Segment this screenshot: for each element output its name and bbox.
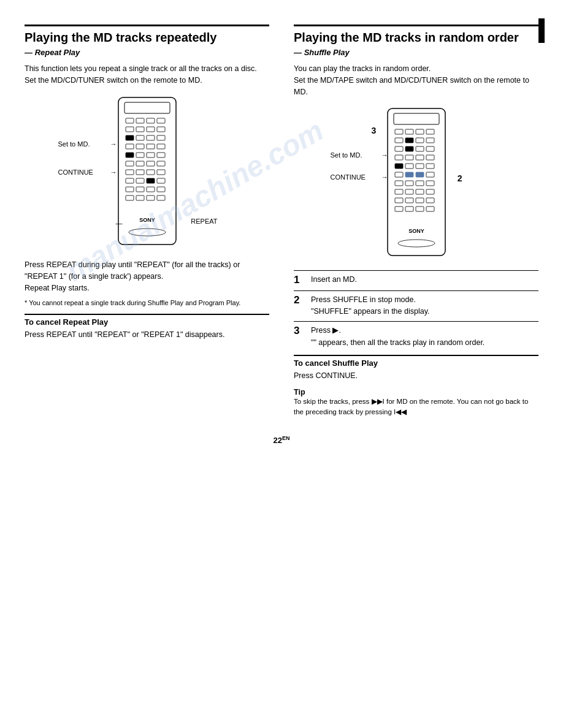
tip-section: Tip To skip the tracks, press ▶▶I for MD…: [294, 388, 538, 417]
left-cancel-title: To cancel Repeat Play: [25, 314, 269, 327]
svg-text:SONY: SONY: [139, 217, 155, 223]
svg-rect-62: [395, 164, 403, 169]
svg-rect-66: [395, 172, 403, 177]
svg-rect-74: [395, 189, 403, 194]
svg-rect-36: [147, 187, 155, 192]
svg-rect-81: [426, 198, 434, 203]
left-set-md-label: Set to MD.: [58, 140, 90, 148]
svg-rect-9: [157, 127, 165, 132]
svg-rect-26: [126, 170, 134, 175]
svg-rect-58: [395, 155, 403, 160]
svg-rect-77: [426, 189, 434, 194]
svg-rect-22: [126, 161, 134, 166]
svg-rect-41: [157, 195, 165, 200]
svg-rect-4: [147, 118, 155, 123]
svg-rect-84: [416, 207, 424, 211]
left-section-subtitle: Repeat Play: [25, 48, 269, 57]
svg-rect-57: [426, 146, 434, 151]
svg-rect-16: [147, 144, 155, 149]
svg-rect-67: [405, 172, 413, 177]
svg-rect-78: [395, 198, 403, 203]
svg-rect-15: [136, 144, 144, 149]
right-set-md-arrow: →: [381, 151, 388, 159]
svg-rect-63: [405, 164, 413, 169]
svg-rect-60: [416, 155, 424, 160]
svg-rect-49: [426, 129, 434, 134]
svg-rect-45: [394, 113, 439, 124]
right-continue-label: CONTINUE: [331, 173, 366, 181]
svg-rect-32: [147, 178, 155, 183]
right-remote-wrapper: 3 Set to MD. → CONTINUE → 2: [383, 107, 450, 260]
left-intro-text: This function lets you repeat a single t…: [25, 63, 269, 86]
left-cancel-text: Press REPEAT until "REPEAT" or "REPEAT 1…: [25, 329, 269, 341]
svg-rect-47: [405, 129, 413, 134]
left-repeat-label: REPEAT: [191, 218, 217, 225]
left-continue-arrow: →: [110, 169, 117, 176]
left-continue-label: CONTINUE: [58, 169, 93, 176]
svg-rect-54: [395, 146, 403, 151]
svg-rect-73: [426, 181, 434, 186]
svg-rect-39: [136, 195, 144, 200]
svg-rect-79: [405, 198, 413, 203]
right-section-subtitle: Shuffle Play: [294, 48, 538, 57]
svg-rect-10: [126, 135, 134, 140]
svg-rect-29: [157, 170, 165, 175]
svg-rect-82: [395, 207, 403, 211]
step-2-text: Press SHUFFLE in stop mode."SHUFFLE" app…: [311, 294, 429, 318]
svg-rect-20: [147, 153, 155, 157]
svg-rect-50: [395, 138, 403, 143]
svg-point-87: [398, 240, 435, 247]
left-remote-area: Set to MD. → CONTINUE → REPEAT —: [25, 96, 269, 249]
left-repeat-dash: —: [116, 219, 123, 227]
svg-rect-34: [126, 187, 134, 192]
svg-rect-18: [126, 153, 134, 157]
svg-rect-48: [416, 129, 424, 134]
svg-rect-30: [126, 178, 134, 183]
two-column-layout: Playing the MD tracks repeatedly Repeat …: [0, 25, 563, 417]
tip-title: Tip: [294, 388, 538, 396]
svg-rect-80: [416, 198, 424, 203]
svg-rect-2: [126, 118, 134, 123]
svg-rect-70: [395, 181, 403, 186]
svg-rect-69: [426, 172, 434, 177]
right-cancel-title: To cancel Shuffle Play: [294, 355, 538, 368]
svg-rect-40: [147, 195, 155, 200]
left-small-note: * You cannot repeat a single track durin…: [25, 298, 269, 308]
svg-rect-35: [136, 187, 144, 192]
left-column: Playing the MD tracks repeatedly Repeat …: [25, 25, 288, 417]
page-number: 22EN: [0, 435, 563, 445]
svg-rect-3: [136, 118, 144, 123]
svg-rect-12: [147, 135, 155, 140]
svg-rect-21: [157, 153, 165, 157]
right-remote-area: 3 Set to MD. → CONTINUE → 2: [294, 107, 538, 260]
left-set-md-arrow: →: [110, 140, 117, 148]
left-section-title: Playing the MD tracks repeatedly: [25, 25, 269, 45]
svg-rect-19: [136, 153, 144, 157]
step-2-num: 2: [294, 294, 307, 306]
page-number-value: 22: [274, 436, 282, 446]
svg-rect-6: [126, 127, 134, 132]
svg-rect-37: [157, 187, 165, 192]
svg-rect-71: [405, 181, 413, 186]
svg-rect-55: [405, 146, 413, 151]
step-1: 1 Insert an MD.: [294, 270, 538, 286]
right-set-md-label: Set to MD.: [331, 151, 362, 159]
svg-rect-59: [405, 155, 413, 160]
svg-rect-51: [405, 138, 413, 143]
step-3-text: Press ▶."" appears, then all the tracks …: [311, 325, 484, 349]
svg-rect-7: [136, 127, 144, 132]
page-tab: [538, 18, 545, 43]
tip-text: To skip the tracks, press ▶▶I for MD on …: [294, 396, 538, 417]
svg-rect-64: [416, 164, 424, 169]
right-step2-label: 2: [458, 173, 462, 183]
svg-rect-14: [126, 144, 134, 149]
right-cancel-text: Press CONTINUE.: [294, 370, 538, 382]
svg-rect-68: [416, 172, 424, 177]
svg-rect-11: [136, 135, 144, 140]
step-3-num: 3: [294, 325, 307, 337]
right-column: Playing the MD tracks in random order Sh…: [288, 25, 538, 417]
left-remote-svg: SONY: [113, 96, 181, 249]
svg-rect-27: [136, 170, 144, 175]
right-intro-text: You can play the tracks in random order.…: [294, 63, 538, 97]
svg-rect-72: [416, 181, 424, 186]
